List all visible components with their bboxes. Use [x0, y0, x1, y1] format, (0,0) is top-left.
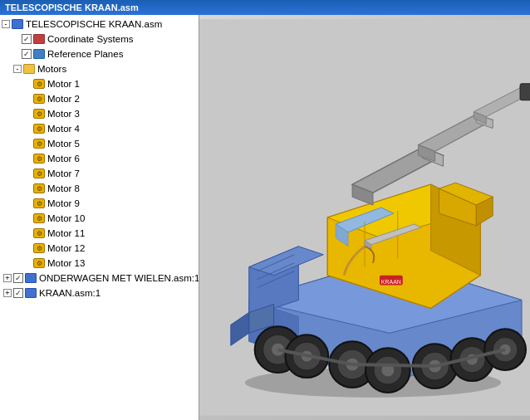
expand-kraan[interactable]: + [3, 289, 12, 297]
motor-icon-10 [33, 213, 45, 223]
motor-icon-13 [33, 258, 45, 268]
checkbox-kraan[interactable] [13, 288, 23, 298]
motor10-label: Motor 10 [47, 213, 85, 223]
motor-icon-12 [33, 243, 45, 253]
motor9-label: Motor 9 [47, 198, 80, 208]
motor7-label: Motor 7 [47, 168, 80, 178]
checkbox-coord[interactable] [22, 34, 32, 44]
motor-icon-2 [33, 94, 45, 104]
tree-item-root[interactable]: - TELESCOPISCHE KRAAN.asm [0, 17, 199, 32]
tree-item-motor7[interactable]: Motor 7 [0, 166, 199, 181]
motor6-label: Motor 6 [47, 154, 80, 164]
tree-item-motor11[interactable]: Motor 11 [0, 226, 199, 241]
checkbox-onderwagen[interactable] [13, 273, 23, 283]
tree-item-kraan[interactable]: + KRAAN.asm:1 [0, 286, 199, 300]
tree-item-motors[interactable]: - Motors [0, 61, 199, 76]
tree-item-motor10[interactable]: Motor 10 [0, 211, 199, 226]
motor11-label: Motor 11 [47, 228, 85, 238]
motor-icon-6 [33, 154, 45, 164]
tree-item-motor3[interactable]: Motor 3 [0, 106, 199, 121]
motor13-label: Motor 13 [47, 258, 85, 268]
motor1-label: Motor 1 [47, 79, 80, 89]
tree-item-motor4[interactable]: Motor 4 [0, 121, 199, 136]
motor-icon-3 [33, 109, 45, 119]
tree-item-onderwagen[interactable]: + ONDERWAGEN MET WIELEN.asm:1 [0, 271, 199, 286]
motor8-label: Motor 8 [47, 183, 80, 193]
tree-item-motor5[interactable]: Motor 5 [0, 136, 199, 151]
crane-model-svg: KRAAN [199, 15, 530, 420]
motor-icon-4 [33, 124, 45, 134]
onderwagen-label: ONDERWAGEN MET WIELEN.asm:1 [39, 273, 199, 283]
motor3-label: Motor 3 [47, 109, 80, 119]
coord-label: Coordinate Systems [47, 34, 134, 44]
motor-icon-1 [33, 79, 45, 89]
tree-item-motor9[interactable]: Motor 9 [0, 196, 199, 211]
root-label: TELESCOPISCHE KRAAN.asm [26, 19, 162, 29]
motor12-label: Motor 12 [47, 243, 85, 253]
motor5-label: Motor 5 [47, 139, 80, 149]
tree-item-motor1[interactable]: Motor 1 [0, 76, 199, 91]
main-content: - TELESCOPISCHE KRAAN.asm Coordinate Sys… [0, 15, 530, 420]
expand-onderwagen[interactable]: + [3, 274, 12, 282]
refplanes-label: Reference Planes [47, 49, 123, 59]
expand-root[interactable]: - [2, 20, 10, 28]
asm-icon-onderwagen [25, 273, 37, 283]
svg-rect-26 [520, 84, 530, 100]
tree-item-motor12[interactable]: Motor 12 [0, 241, 199, 256]
3d-viewport[interactable]: KRAAN [199, 15, 530, 420]
tree-item-motor2[interactable]: Motor 2 [0, 91, 199, 106]
checkbox-ref[interactable] [22, 49, 32, 59]
motor-icon-11 [33, 228, 45, 238]
coord-icon [33, 34, 45, 44]
tree-panel: - TELESCOPISCHE KRAAN.asm Coordinate Sys… [0, 15, 199, 420]
ref-icon [33, 49, 45, 59]
motor-icon-5 [33, 139, 45, 149]
motor-icon-8 [33, 183, 45, 193]
tree-item-motor13[interactable]: Motor 13 [0, 256, 199, 271]
motors-label: Motors [37, 64, 66, 74]
motor4-label: Motor 4 [47, 124, 80, 134]
folder-icon-motors [23, 64, 35, 74]
title-bar: TELESCOPISCHE KRAAN.asm [0, 0, 530, 15]
svg-text:KRAAN: KRAAN [381, 279, 401, 285]
motor-icon-9 [33, 198, 45, 208]
expand-motors[interactable]: - [13, 65, 22, 73]
asm-icon-root [12, 19, 23, 29]
tree-item-coord[interactable]: Coordinate Systems [0, 32, 199, 46]
motor2-label: Motor 2 [47, 94, 80, 104]
viewport-background: KRAAN [199, 15, 530, 420]
kraan-label: KRAAN.asm:1 [39, 288, 101, 298]
tree-item-motor8[interactable]: Motor 8 [0, 181, 199, 196]
svg-line-51 [352, 364, 435, 366]
motor-icon-7 [33, 168, 45, 178]
tree-item-motor6[interactable]: Motor 6 [0, 151, 199, 166]
tree-item-refplanes[interactable]: Reference Planes [0, 46, 199, 61]
asm-icon-kraan [25, 288, 37, 298]
title-text: TELESCOPISCHE KRAAN.asm [5, 2, 139, 12]
